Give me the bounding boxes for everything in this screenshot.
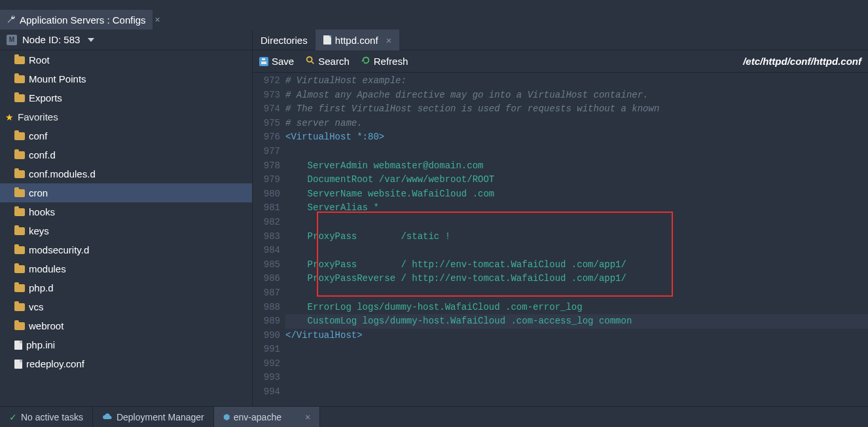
- code-line-978[interactable]: ServerAdmin webmaster@domain.com: [285, 159, 868, 174]
- svg-line-1: [312, 62, 314, 64]
- status-bar: ✓ No active tasks Deployment Manager ⬢ e…: [0, 406, 868, 427]
- code-line-982[interactable]: [285, 215, 868, 230]
- code-line-993[interactable]: [285, 371, 868, 385]
- tree-item-modsecurity-d[interactable]: modsecurity.d: [0, 240, 252, 259]
- code-line-992[interactable]: [285, 357, 868, 371]
- folder-icon: [14, 284, 25, 292]
- node-label: Node ID: 583: [22, 34, 80, 45]
- code-line-977[interactable]: [285, 145, 868, 159]
- code-line-984[interactable]: [285, 244, 868, 258]
- file-icon: [14, 341, 22, 350]
- code-line-973[interactable]: # Almost any Apache directive may go int…: [285, 88, 868, 103]
- refresh-label: Refresh: [374, 56, 408, 67]
- panel-title: Application Servers : Configs: [20, 14, 146, 26]
- code-line-974[interactable]: # The first VirtualHost section is used …: [285, 102, 868, 117]
- folder-icon: [14, 189, 25, 197]
- folder-icon: [14, 75, 25, 83]
- code-line-972[interactable]: # VirtualHost example:: [285, 74, 868, 88]
- code-line-975[interactable]: # server name.: [285, 117, 868, 131]
- tree-item-keys[interactable]: keys: [0, 221, 252, 240]
- editor-area: Directorieshttpd.conf× Save Search Refre…: [253, 29, 868, 406]
- tab-httpd-conf[interactable]: httpd.conf×: [316, 29, 400, 50]
- folder-icon: [14, 322, 25, 330]
- close-icon[interactable]: ×: [386, 35, 392, 46]
- code-line-976[interactable]: <VirtualHost *:80>: [285, 130, 868, 145]
- code-line-980[interactable]: ServerName website.WafaiCloud .com: [285, 187, 868, 202]
- line-gutter: 9729739749759769779789799809819829839849…: [253, 73, 285, 406]
- tab-directories[interactable]: Directories: [253, 29, 316, 50]
- sidebar: M Node ID: 583 RootMount PointsExports★F…: [0, 29, 253, 406]
- code-line-988[interactable]: ErrorLog logs/dummy-host.WafaiCloud .com…: [285, 301, 868, 315]
- nodes-icon: ⬢: [223, 413, 230, 422]
- status-deployment[interactable]: Deployment Manager: [93, 407, 214, 428]
- close-icon[interactable]: ×: [153, 14, 163, 25]
- folder-icon: [14, 151, 25, 159]
- tree-item-conf-d[interactable]: conf.d: [0, 145, 252, 164]
- folder-icon: [14, 227, 25, 235]
- svg-point-0: [307, 57, 312, 62]
- close-icon[interactable]: ×: [305, 412, 310, 422]
- code-line-989[interactable]: CustomLog logs/dummy-host.WafaiCloud .co…: [285, 314, 868, 329]
- editor-tabs: Directorieshttpd.conf×: [253, 29, 868, 50]
- folder-icon: [14, 246, 25, 254]
- folder-icon: [14, 132, 25, 140]
- tree-item-conf-modules-d[interactable]: conf.modules.d: [0, 164, 252, 183]
- panel-tab[interactable]: Application Servers : Configs: [0, 10, 153, 29]
- code-line-987[interactable]: [285, 286, 868, 301]
- tree-item-webroot[interactable]: webroot: [0, 316, 252, 335]
- tree-item-hooks[interactable]: hooks: [0, 202, 252, 221]
- code-line-991[interactable]: [285, 343, 868, 357]
- node-badge: M: [7, 35, 17, 45]
- panel-tab-row: Application Servers : Configs ×: [0, 10, 868, 29]
- code-line-985[interactable]: ProxyPass / http://env-tomcat.WafaiCloud…: [285, 258, 868, 272]
- tree-item-cron[interactable]: cron: [0, 183, 252, 202]
- folder-icon: [14, 56, 25, 64]
- favorites-heading[interactable]: ★Favorites: [0, 107, 252, 126]
- tree-file-php-ini[interactable]: php.ini: [0, 335, 252, 354]
- search-button[interactable]: Search: [306, 56, 350, 67]
- tree: RootMount PointsExports★Favoritesconfcon…: [0, 50, 252, 406]
- status-tasks[interactable]: ✓ No active tasks: [0, 407, 93, 428]
- node-selector[interactable]: M Node ID: 583: [0, 29, 252, 50]
- code-editor[interactable]: 9729739749759769779789799809819829839849…: [253, 73, 868, 406]
- code-line-990[interactable]: </VirtualHost>: [285, 329, 868, 343]
- wrench-icon: [7, 14, 16, 26]
- refresh-button[interactable]: Refresh: [361, 56, 408, 67]
- folder-icon: [14, 265, 25, 273]
- folder-icon: [14, 170, 25, 178]
- tree-root-root[interactable]: Root: [0, 50, 252, 69]
- tree-item-vcs[interactable]: vcs: [0, 297, 252, 316]
- code-line-986[interactable]: ProxyPassReverse / http://env-tomcat.Waf…: [285, 272, 868, 286]
- code-line-979[interactable]: DocumentRoot /var/www/webroot/ROOT: [285, 173, 868, 187]
- save-label: Save: [272, 56, 294, 67]
- refresh-icon: [361, 56, 371, 67]
- tree-item-php-d[interactable]: php.d: [0, 278, 252, 297]
- code-line-981[interactable]: ServerAlias *: [285, 201, 868, 215]
- search-label: Search: [318, 56, 350, 67]
- file-icon: [14, 360, 22, 369]
- tree-item-conf[interactable]: conf: [0, 126, 252, 145]
- check-icon: ✓: [9, 412, 17, 422]
- folder-icon: [14, 208, 25, 216]
- chevron-down-icon: [88, 38, 94, 42]
- tree-root-mount-points[interactable]: Mount Points: [0, 69, 252, 88]
- star-icon: ★: [5, 112, 14, 122]
- folder-icon: [14, 303, 25, 311]
- code-line-994[interactable]: [285, 385, 868, 399]
- save-icon: [259, 57, 268, 66]
- code-line-983[interactable]: ProxyPass /static !: [285, 230, 868, 244]
- file-path: /etc/httpd/conf/httpd.conf: [743, 56, 861, 67]
- tree-item-modules[interactable]: modules: [0, 259, 252, 278]
- file-icon: [323, 35, 331, 45]
- save-button[interactable]: Save: [259, 56, 294, 67]
- cloud-icon: [102, 412, 113, 422]
- tree-file-redeploy-conf[interactable]: redeploy.conf: [0, 354, 252, 373]
- editor-toolbar: Save Search Refresh /etc/httpd/conf/http…: [253, 50, 868, 73]
- status-env[interactable]: ⬢ env-apache ×: [214, 407, 320, 428]
- search-icon: [306, 56, 315, 67]
- folder-icon: [14, 94, 25, 102]
- tree-root-exports[interactable]: Exports: [0, 88, 252, 107]
- code-body[interactable]: # VirtualHost example:# Almost any Apach…: [285, 73, 868, 406]
